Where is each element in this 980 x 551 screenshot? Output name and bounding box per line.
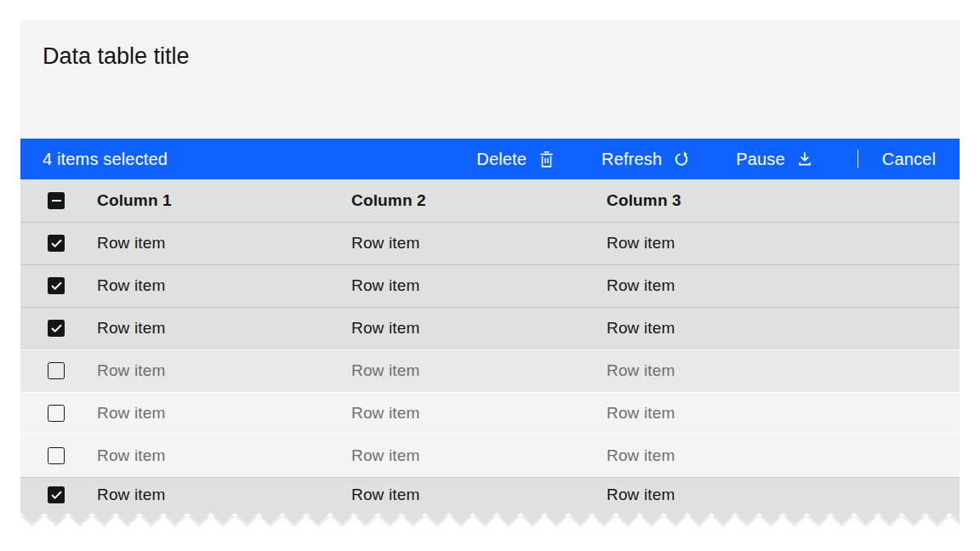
- table-title: Data table title: [43, 43, 937, 70]
- table-row: Row item Row item Row item: [20, 307, 960, 349]
- pause-button[interactable]: Pause: [713, 139, 836, 179]
- cell-text: Row item: [97, 319, 165, 337]
- table-header: Data table title: [20, 20, 960, 139]
- checkmark-icon: [51, 324, 62, 332]
- row-checkbox[interactable]: [48, 486, 65, 503]
- column-header: Column 3: [586, 179, 960, 222]
- cell-text: Row item: [97, 234, 165, 252]
- table-row: Row item Row item Row item: [20, 264, 960, 307]
- batch-actions-bar: 4 items selected Delete Refresh: [20, 139, 960, 179]
- indeterminate-checkbox-icon: [52, 200, 61, 202]
- row-checkbox[interactable]: [48, 362, 65, 379]
- cell-text: Row item: [607, 276, 675, 294]
- cell-text: Row item: [351, 404, 419, 422]
- table-row: Row item Row item Row item: [20, 392, 960, 435]
- divider: [858, 150, 858, 168]
- row-checkbox[interactable]: [48, 235, 65, 252]
- cell-text: Row item: [607, 319, 675, 337]
- checkmark-icon: [51, 239, 62, 247]
- cell-text: Row item: [351, 234, 419, 252]
- table-row: Row item Row item Row item: [20, 435, 960, 477]
- refresh-button[interactable]: Refresh: [578, 139, 713, 179]
- download-icon: [796, 151, 813, 168]
- cell-text: Row item: [607, 361, 675, 379]
- cell-text: Row item: [97, 276, 165, 294]
- checkmark-icon: [51, 491, 62, 499]
- column-header: Column 2: [331, 179, 586, 222]
- selected-count-label: 4 items selected: [20, 150, 168, 169]
- table-row: Row item Row item Row item: [20, 349, 960, 392]
- trash-icon: [538, 151, 556, 168]
- select-all-checkbox[interactable]: [48, 192, 65, 209]
- cancel-button[interactable]: Cancel: [858, 139, 960, 179]
- batch-actions-group: Delete Refresh: [453, 139, 960, 179]
- data-table: Column 1 Column 2 Column 3 Row item Row …: [20, 179, 960, 513]
- torn-edge: [20, 513, 960, 528]
- cell-text: Row item: [351, 276, 419, 294]
- header-row: Column 1 Column 2 Column 3: [20, 179, 960, 222]
- checkmark-icon: [51, 281, 62, 290]
- cell-text: Row item: [607, 234, 675, 252]
- row-checkbox[interactable]: [48, 277, 65, 294]
- restart-icon: [673, 151, 690, 168]
- row-checkbox[interactable]: [48, 405, 65, 422]
- cell-text: Row item: [351, 486, 419, 503]
- cancel-button-label: Cancel: [882, 150, 936, 169]
- cell-text: Row item: [351, 361, 419, 379]
- pause-button-label: Pause: [736, 150, 785, 169]
- cell-text: Row item: [97, 404, 165, 422]
- data-table-card: Data table title 4 items selected Delete: [20, 20, 960, 528]
- cell-text: Row item: [97, 446, 165, 464]
- table-body: Row item Row item Row item Row item Row …: [20, 222, 960, 513]
- cell-text: Row item: [607, 486, 675, 503]
- table-row: Row item Row item Row item: [20, 477, 960, 513]
- refresh-button-label: Refresh: [601, 150, 662, 169]
- delete-button[interactable]: Delete: [453, 139, 578, 179]
- cell-text: Row item: [97, 361, 165, 379]
- cell-text: Row item: [351, 446, 419, 464]
- row-checkbox[interactable]: [48, 320, 65, 337]
- delete-button-label: Delete: [476, 150, 527, 169]
- column-header: Column 1: [77, 179, 331, 222]
- row-checkbox[interactable]: [48, 447, 65, 464]
- cell-text: Row item: [607, 446, 675, 464]
- cell-text: Row item: [97, 486, 165, 503]
- cell-text: Row item: [351, 319, 419, 337]
- table-row: Row item Row item Row item: [20, 222, 960, 264]
- cell-text: Row item: [607, 404, 675, 422]
